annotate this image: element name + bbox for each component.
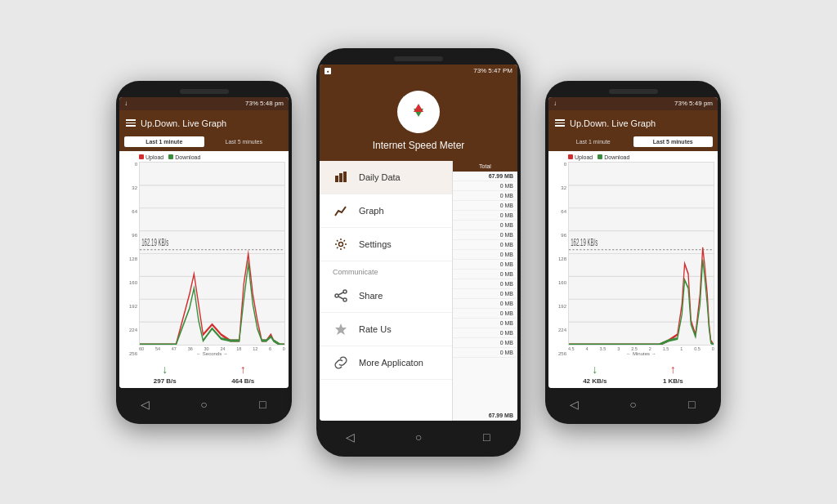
menu-rate[interactable]: Rate Us xyxy=(320,313,452,346)
right-speed-display: ↓ 42 KB/s ↑ 1 KB/s xyxy=(548,359,718,388)
data-row-8: 0 MB xyxy=(453,250,517,260)
svg-text:162.19 KB/s: 162.19 KB/s xyxy=(141,234,168,247)
data-row-5: 0 MB xyxy=(453,221,517,230)
center-phone-speaker xyxy=(394,56,443,61)
svg-line-18 xyxy=(338,292,343,295)
left-tab-1min[interactable]: Last 1 minute xyxy=(124,136,204,147)
center-phone-bottom: ◁ ○ □ xyxy=(316,421,521,457)
right-status-left: ↓ xyxy=(553,100,557,107)
center-time: 5:47 PM xyxy=(488,67,512,74)
right-download-icon: ↓ xyxy=(553,100,557,107)
svg-point-15 xyxy=(343,290,347,293)
data-row-16: 0 MB xyxy=(453,328,517,338)
left-status-bar: ↓ 73% 5:48 pm xyxy=(119,97,289,110)
left-hamburger-menu[interactable] xyxy=(126,119,136,127)
right-tab-5min[interactable]: Last 5 minutes xyxy=(633,136,714,147)
center-status-right: 73% 5:47 PM xyxy=(473,67,512,74)
daily-data-label: Daily Data xyxy=(359,172,401,182)
left-tab-5min[interactable]: Last 5 minutes xyxy=(204,136,284,147)
right-home-btn[interactable]: ○ xyxy=(624,396,641,413)
data-row-3: 0 MB xyxy=(453,201,517,211)
center-home-btn[interactable]: ○ xyxy=(410,429,427,445)
center-back-btn[interactable]: ◁ xyxy=(342,429,359,445)
data-row-11: 0 MB xyxy=(453,279,517,289)
right-phone: ↓ 73% 5:49 pm Up.Down. Live Graph Last 1… xyxy=(545,81,721,424)
right-phone-bottom: ◁ ○ □ xyxy=(545,388,721,424)
left-graph-legend: Upload Download xyxy=(123,154,285,160)
left-graph-canvas: 162.19 KB/s xyxy=(139,162,285,346)
right-app-bar: Up.Down. Live Graph xyxy=(548,110,718,136)
left-phone-screen: ↓ 73% 5:48 pm Up.Down. Live Graph Last 1… xyxy=(119,97,289,388)
left-y-axis: 2562241921601289664320 xyxy=(123,162,139,356)
data-row-15: 0 MB xyxy=(453,319,517,328)
right-x-label: ← Minutes → xyxy=(568,351,714,356)
center-app-icon-small: ● xyxy=(325,68,331,74)
link-icon xyxy=(333,355,349,371)
data-row-12: 0 MB xyxy=(453,289,517,299)
left-graph-area: 2562241921601289664320 xyxy=(123,162,285,356)
right-time: 5:49 pm xyxy=(689,100,713,107)
svg-marker-10 xyxy=(414,104,423,112)
star-icon xyxy=(333,321,349,337)
right-status-bar: ↓ 73% 5:49 pm xyxy=(548,97,718,110)
center-phone-screen: ● 73% 5:47 PM Intern xyxy=(320,65,517,421)
data-row-1: 0 MB xyxy=(453,181,517,191)
graph-icon xyxy=(333,203,349,219)
center-app-header: Internet Speed Meter xyxy=(320,78,517,161)
left-phone-bottom: ◁ ○ □ xyxy=(116,388,292,424)
left-back-btn[interactable]: ◁ xyxy=(137,396,154,413)
right-tab-1min[interactable]: Last 1 minute xyxy=(553,136,633,147)
right-back-btn[interactable]: ◁ xyxy=(566,396,583,413)
right-phone-speaker xyxy=(609,89,658,94)
data-row-7: 0 MB xyxy=(453,240,517,250)
svg-rect-12 xyxy=(339,173,342,182)
menu-settings[interactable]: Settings xyxy=(320,228,452,261)
data-row-10: 0 MB xyxy=(453,270,517,279)
settings-label: Settings xyxy=(359,239,392,249)
left-phone: ↓ 73% 5:48 pm Up.Down. Live Graph Last 1… xyxy=(116,81,292,424)
left-upload-arrow: ↑ xyxy=(240,363,246,376)
left-upload-value: 464 B/s xyxy=(231,377,254,385)
settings-icon xyxy=(333,236,349,252)
right-download-value: 42 KB/s xyxy=(583,377,606,385)
right-graph-legend: Upload Download xyxy=(552,154,714,160)
right-upload-legend: Upload xyxy=(568,154,593,160)
left-signal: 73% xyxy=(245,100,258,107)
phone-speaker-left xyxy=(180,89,229,94)
right-download-arrow: ↓ xyxy=(592,363,598,376)
right-download-legend: Download xyxy=(598,154,629,160)
data-row-14: 0 MB xyxy=(453,309,517,319)
center-signal: 73% xyxy=(473,67,486,74)
right-graph-canvas: 162.19 KB/s xyxy=(568,162,714,346)
left-status-right: 73% 5:48 pm xyxy=(245,100,284,107)
menu-more-app[interactable]: More Applicaton xyxy=(320,346,452,380)
right-app-title: Up.Down. Live Graph xyxy=(570,118,656,128)
data-row-2: 0 MB xyxy=(453,191,517,201)
data-row-4: 0 MB xyxy=(453,211,517,221)
more-app-label: More Applicaton xyxy=(359,358,423,368)
menu-graph[interactable]: Graph xyxy=(320,194,452,228)
svg-line-19 xyxy=(338,297,343,299)
svg-point-16 xyxy=(335,294,338,297)
menu-daily-data[interactable]: Daily Data xyxy=(320,161,452,194)
data-row-18: 0 MB xyxy=(453,348,517,358)
right-recent-btn[interactable]: □ xyxy=(683,396,700,413)
left-speed-display: ↓ 297 B/s ↑ 464 B/s xyxy=(119,359,289,388)
right-graph-area: 2562241921601289664320 xyxy=(552,162,714,356)
data-icon xyxy=(333,169,349,185)
right-upload-value: 1 KB/s xyxy=(663,377,683,385)
data-row-0: 67.99 MB xyxy=(453,172,517,181)
svg-text:162.19 KB/s: 162.19 KB/s xyxy=(571,234,598,247)
menu-share[interactable]: Share xyxy=(320,279,452,313)
right-upload-speed: ↑ 1 KB/s xyxy=(663,363,683,385)
right-phone-screen: ↓ 73% 5:49 pm Up.Down. Live Graph Last 1… xyxy=(548,97,718,388)
left-download-speed: ↓ 297 B/s xyxy=(154,363,177,385)
left-download-icon: ↓ xyxy=(124,100,128,107)
left-download-value: 297 B/s xyxy=(154,377,177,385)
left-download-arrow: ↓ xyxy=(162,363,168,376)
left-recent-btn[interactable]: □ xyxy=(254,396,271,413)
left-home-btn[interactable]: ○ xyxy=(195,396,212,413)
data-row-13: 0 MB xyxy=(453,299,517,309)
center-recent-btn[interactable]: □ xyxy=(478,429,495,445)
right-hamburger-menu[interactable] xyxy=(555,119,565,127)
